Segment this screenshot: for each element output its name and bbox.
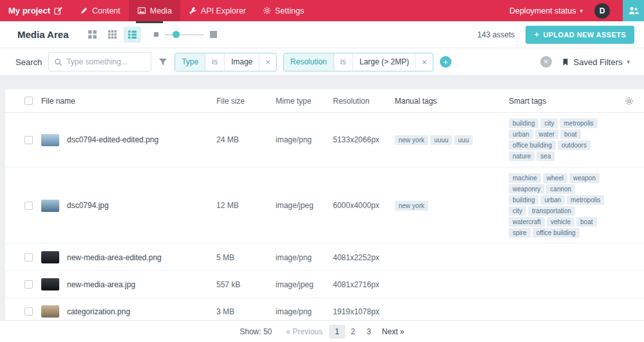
asset-thumbnail[interactable] [41,251,59,263]
slider-knob[interactable] [173,31,180,38]
resolution: 5133x2066px [333,135,395,144]
navbar-right: Deployment status ▾ D [506,0,644,21]
assets-table: File name File size Mime type Resolution… [5,90,644,320]
thumbnail-cell [41,134,67,146]
search-input[interactable] [66,57,146,66]
file-size: 557 kB [216,280,276,289]
file-name[interactable]: new-media-area.jpg [67,280,216,289]
file-name[interactable]: dsc0794.jpg [67,201,216,210]
page-size-control[interactable]: Show: 50 [240,327,272,336]
smart-tag: boat [576,217,596,227]
mime-type: image/png [276,253,333,262]
filter-chip-type[interactable]: Type is Image × [175,53,277,71]
search-icon [54,58,62,66]
resolution: 6000x4000px [333,201,395,210]
smart-tag: building [509,119,538,128]
clear-filters-button[interactable]: × [540,56,552,68]
content-area: File name File size Mime type Resolution… [0,76,644,320]
community-button[interactable] [623,0,644,21]
row-checkbox[interactable] [24,307,33,316]
smart-tag: sea [536,151,554,161]
smart-tag: metropolis [560,119,597,128]
plus-icon: + [534,32,539,38]
upload-new-assets-button[interactable]: + UPLOAD NEW ASSETS [526,26,634,44]
search-label: Search [0,57,48,67]
column-settings-cell [613,97,644,106]
smart-tag: urban [540,195,565,205]
add-filter-button[interactable]: + [440,56,451,68]
manual-tag: new york [395,135,428,145]
mime-type: image/jpeg [276,201,333,210]
manual-tag: uuu [454,135,473,145]
page-button-2[interactable]: 2 [345,325,361,339]
file-size: 12 MB [216,201,276,210]
media-icon [137,6,146,15]
smart-tag: office building [533,228,580,238]
asset-thumbnail[interactable] [41,134,59,146]
file-name[interactable]: dsc0794-edited-edited.png [67,135,216,144]
nav-item-settings[interactable]: Settings [254,0,312,21]
table-header: File name File size Mime type Resolution… [5,90,644,113]
page-button-3[interactable]: 3 [361,325,377,339]
filter-bar: Search Type is Image × Resolution is Lar… [0,48,644,76]
file-size: 3 MB [216,307,276,316]
row-checkbox[interactable] [24,280,33,289]
asset-thumbnail[interactable] [41,278,59,290]
resolution: 4081x2716px [333,280,395,289]
select-all-checkbox[interactable] [24,97,33,105]
row-checkbox[interactable] [24,136,33,144]
nav-item-media[interactable]: Media [129,0,180,21]
smart-tag: weaponry [509,184,544,194]
smart-tags-cell: machinewheelweaponweaponrycannonbuilding… [509,173,613,238]
file-name[interactable]: new-media-area-edited.png [67,253,216,262]
slider-track[interactable] [165,34,204,35]
thumbnail-size-slider [154,31,217,38]
smart-tag: wheel [543,173,567,183]
table-row: dsc0794-edited-edited.png24 MBimage/png5… [5,113,644,167]
smart-tag: city [509,206,526,216]
next-page-button[interactable]: Next » [382,327,404,336]
row-select-cell [5,253,41,261]
manual-tag: new york [395,201,428,211]
file-size: 24 MB [216,135,276,144]
smart-tag: spire [509,228,531,238]
view-grid-large-button[interactable] [84,26,101,43]
remove-filter-icon[interactable]: × [416,53,433,71]
page-button-1[interactable]: 1 [329,325,345,339]
smart-tag: urban [509,129,533,139]
nav-item-api-explorer[interactable]: API Explorer [180,0,254,21]
table-settings-gear-icon[interactable] [625,97,634,106]
manual-tags-cell: new york [395,200,509,211]
asset-thumbnail[interactable] [41,200,59,212]
saved-filters-button[interactable]: Saved Filters ▾ [562,57,630,67]
smart-tag: water [535,129,558,139]
search-input-wrapper [48,52,151,71]
asset-thumbnail[interactable] [41,305,59,318]
avatar[interactable]: D [594,3,610,19]
smart-tag: boat [560,129,580,139]
row-checkbox[interactable] [24,253,33,261]
table-row: categorization.png3 MBimage/png1919x1078… [5,298,644,320]
deployment-status-button[interactable]: Deployment status ▾ [506,6,587,15]
smart-tag: watercraft [509,217,545,227]
smart-tag: transportation [528,206,575,216]
row-checkbox[interactable] [24,202,33,210]
view-grid-small-button[interactable] [104,26,121,43]
file-name[interactable]: categorization.png [67,307,216,316]
previous-page-button[interactable]: « Previous [286,327,323,336]
header-mime-type: Mime type [276,97,333,106]
people-icon [628,6,639,15]
view-list-button[interactable] [124,26,141,43]
project-name[interactable]: My project [0,6,71,15]
filter-funnel-icon[interactable] [158,58,167,66]
top-navbar: My project Content Media API Explorer [0,0,644,21]
file-size: 5 MB [216,253,276,262]
nav-item-content[interactable]: Content [71,0,129,21]
edit-project-icon[interactable] [54,6,62,15]
page-title: Media Area [0,29,84,40]
filter-chip-resolution[interactable]: Resolution is Large (> 2MP) × [283,53,433,71]
thumbnail-cell [41,251,67,263]
smart-tag: nature [509,151,535,161]
manual-tag: uuuu [430,135,452,145]
remove-filter-icon[interactable]: × [260,53,276,71]
